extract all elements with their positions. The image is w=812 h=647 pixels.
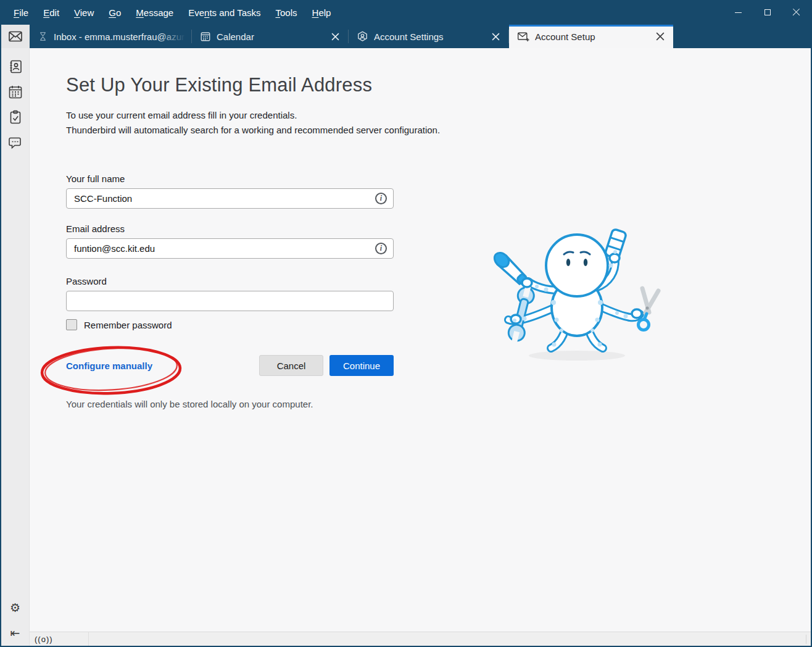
minimize-icon xyxy=(735,12,742,13)
menu-tools[interactable]: Tools xyxy=(268,1,305,24)
configure-manually-link[interactable]: Configure manually xyxy=(66,361,152,371)
tab-close-button[interactable] xyxy=(328,30,342,43)
chat-bubble-icon xyxy=(8,135,23,150)
tab-title: Account Settings xyxy=(374,31,483,42)
tab-title-fade xyxy=(159,31,185,42)
menubar: File Edit View Go Message Events and Tas… xyxy=(1,1,338,24)
octopus-mascot-illustration xyxy=(487,227,666,363)
status-bar: ((o)) xyxy=(30,632,811,646)
password-input[interactable] xyxy=(66,291,394,311)
tab-inbox[interactable]: Inbox - emma.musterfrau@azur xyxy=(30,25,191,48)
tab-bar: Inbox - emma.musterfrau@azur Calendar xyxy=(30,25,811,48)
account-setup-form: Your full name i Email address i xyxy=(66,173,394,409)
info-icon[interactable]: i xyxy=(375,193,387,204)
subtitle-line-2: Thunderbird will automatically search fo… xyxy=(66,123,440,138)
minimize-button[interactable] xyxy=(724,0,753,25)
subtitle-line-1: To use your current email address fill i… xyxy=(66,108,440,123)
password-label: Password xyxy=(66,276,394,286)
sidebar-item-tasks[interactable] xyxy=(1,104,30,130)
broadcast-icon[interactable]: ((o)) xyxy=(35,635,53,644)
maximize-icon xyxy=(764,9,771,15)
tab-title: Account Setup xyxy=(535,31,648,42)
thunderbird-window: File Edit View Go Message Events and Tas… xyxy=(0,0,812,647)
email-label: Email address xyxy=(66,223,394,234)
tab-title: Calendar xyxy=(217,31,323,42)
titlebar: File Edit View Go Message Events and Tas… xyxy=(1,0,811,25)
sidebar-item-calendar[interactable] xyxy=(1,79,30,104)
sidebar-item-mail[interactable] xyxy=(1,25,30,48)
remember-password-label: Remember password xyxy=(84,320,172,330)
page-title: Set Up Your Existing Email Address xyxy=(66,74,372,96)
mail-envelope-icon xyxy=(8,29,23,44)
menu-view[interactable]: View xyxy=(67,1,101,24)
tab-account-settings[interactable]: Account Settings xyxy=(349,25,508,48)
status-cell: ((o)) xyxy=(30,632,89,646)
hourglass-icon xyxy=(38,31,48,42)
menu-help[interactable]: Help xyxy=(305,1,339,24)
close-icon xyxy=(792,9,800,17)
sidebar-item-chat[interactable] xyxy=(1,130,30,155)
info-icon[interactable]: i xyxy=(375,243,387,254)
full-name-input[interactable] xyxy=(66,188,394,209)
calendar-icon xyxy=(8,85,23,99)
page-subtitle: To use your current email address fill i… xyxy=(66,108,440,138)
menu-file[interactable]: File xyxy=(6,1,36,24)
account-settings-icon xyxy=(357,31,368,43)
spaces-sidebar: ⚙ ⇤ xyxy=(1,25,30,646)
window-controls xyxy=(724,0,811,25)
sidebar-collapse-button[interactable]: ⇤ xyxy=(1,620,30,646)
tab-close-button[interactable] xyxy=(489,30,502,43)
collapse-arrow-icon: ⇤ xyxy=(10,627,20,639)
menu-edit[interactable]: Edit xyxy=(36,1,67,24)
address-book-icon xyxy=(8,59,23,74)
tab-close-button[interactable] xyxy=(653,30,667,43)
sidebar-item-address-book[interactable] xyxy=(1,54,30,79)
maximize-button[interactable] xyxy=(753,0,782,25)
close-icon xyxy=(331,33,339,41)
close-icon xyxy=(492,33,500,41)
continue-button[interactable]: Continue xyxy=(329,355,394,376)
menu-go[interactable]: Go xyxy=(101,1,128,24)
tab-account-setup[interactable]: Account Setup xyxy=(509,25,673,48)
menu-events-and-tasks[interactable]: Events and Tasks xyxy=(181,1,268,24)
email-input[interactable] xyxy=(66,238,394,259)
tab-title: Inbox - emma.musterfrau@azur xyxy=(54,31,185,42)
resize-grip xyxy=(806,635,806,644)
account-setup-page: Set Up Your Existing Email Address To us… xyxy=(30,48,811,632)
calendar-icon xyxy=(200,31,211,42)
close-icon xyxy=(656,32,665,41)
gear-icon: ⚙ xyxy=(10,602,20,614)
remember-password-checkbox[interactable] xyxy=(66,319,77,330)
tasks-clipboard-icon xyxy=(8,110,23,125)
account-setup-icon xyxy=(517,30,529,43)
full-name-label: Your full name xyxy=(66,173,394,184)
close-button[interactable] xyxy=(782,0,811,25)
cancel-button[interactable]: Cancel xyxy=(259,355,323,376)
menu-message[interactable]: Message xyxy=(128,1,181,24)
credentials-note: Your credentials will only be stored loc… xyxy=(66,399,394,409)
sidebar-item-settings[interactable]: ⚙ xyxy=(1,595,30,620)
tab-calendar[interactable]: Calendar xyxy=(192,25,348,48)
